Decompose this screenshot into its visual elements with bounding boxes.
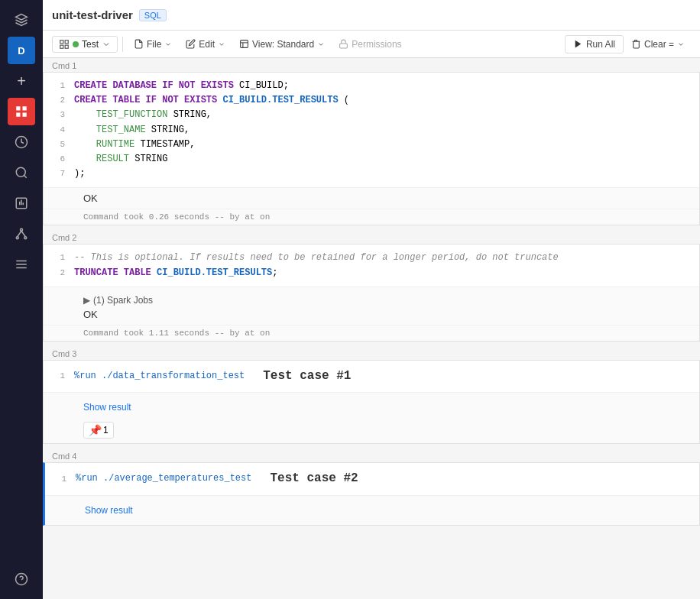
cmd4-block: 1 %run ./average_temperatures_test Test … — [43, 462, 700, 526]
view-chevron-icon — [317, 40, 325, 48]
left-navigation: D + — [0, 0, 43, 599]
clear-chevron-icon — [677, 40, 685, 48]
svg-rect-1 — [16, 106, 20, 110]
cmd1-label: Cmd 1 — [43, 58, 700, 72]
cmd3-block: 1 %run ./data_transformation_test Test c… — [43, 360, 700, 445]
top-bar: unit-test-driver SQL — [43, 0, 700, 31]
cmd4-code[interactable]: 1 %run ./average_temperatures_test Test … — [45, 463, 699, 495]
divider-1 — [122, 37, 123, 52]
pin-icon: 📌 — [89, 424, 102, 436]
cmd2-ok: OK — [83, 309, 98, 320]
spark-jobs-label: (1) Spark Jobs — [93, 295, 153, 306]
svg-point-14 — [24, 237, 27, 239]
code-line: 7 ); — [44, 167, 699, 181]
context-selector[interactable]: Test — [52, 36, 118, 53]
notebook: Cmd 1 1 CREATE DATABASE IF NOT EXISTS CI… — [43, 58, 700, 599]
context-chevron-icon — [102, 40, 111, 49]
svg-rect-23 — [65, 40, 68, 43]
cmd1-code[interactable]: 1 CREATE DATABASE IF NOT EXISTS CI_BUILD… — [44, 73, 699, 187]
code-line: 5 RUNTIME TIMESTAMP, — [44, 138, 699, 152]
svg-rect-26 — [241, 40, 248, 48]
svg-marker-0 — [16, 15, 28, 21]
svg-point-6 — [16, 167, 25, 176]
file-button[interactable]: File — [128, 36, 178, 53]
test-case-2-label: Test case #2 — [270, 469, 358, 489]
svg-rect-4 — [23, 113, 27, 117]
cmd3-label: Cmd 3 — [43, 346, 700, 360]
permissions-button[interactable]: Permissions — [332, 36, 407, 53]
add-icon[interactable]: + — [8, 67, 35, 95]
svg-rect-24 — [60, 45, 63, 48]
cmd3-output: Show result 📌 1 — [44, 392, 699, 443]
svg-line-15 — [18, 231, 21, 237]
svg-rect-27 — [340, 44, 348, 48]
show-result-2-link[interactable]: Show result — [85, 500, 133, 520]
cmd1-block: 1 CREATE DATABASE IF NOT EXISTS CI_BUILD… — [43, 72, 700, 225]
cluster-icon[interactable] — [8, 220, 35, 248]
spark-jobs-toggle[interactable]: ▶ (1) Spark Jobs — [83, 292, 690, 309]
pin-count: 1 — [103, 425, 109, 435]
show-result-1-link[interactable]: Show result — [83, 397, 131, 417]
cmd2-code[interactable]: 1 -- This is optional. If results need t… — [44, 244, 699, 286]
cmd2-spark: ▶ (1) Spark Jobs OK — [44, 287, 699, 325]
context-grid-icon — [59, 39, 70, 50]
svg-line-7 — [24, 175, 26, 177]
cmd3-code[interactable]: 1 %run ./data_transformation_test Test c… — [44, 361, 699, 393]
help-icon[interactable] — [8, 565, 35, 593]
lock-icon — [339, 39, 348, 49]
cmd2-block: 1 -- This is optional. If results need t… — [43, 244, 700, 341]
list-icon[interactable] — [8, 251, 35, 278]
cmd4-label: Cmd 4 — [43, 448, 700, 462]
svg-rect-2 — [23, 106, 27, 110]
code-line: 2 TRUNCATE TABLE CI_BUILD.TEST_RESULTS; — [44, 266, 699, 280]
code-line: 1 %run ./average_temperatures_test Test … — [45, 469, 699, 489]
code-line: 3 TEST_FUNCTION STRING, — [44, 108, 699, 122]
code-line: 1 %run ./data_transformation_test Test c… — [44, 367, 699, 387]
cmd1-ok: OK — [83, 193, 98, 204]
file-icon — [134, 39, 144, 49]
test-case-1-label: Test case #1 — [263, 367, 351, 387]
layers-icon[interactable] — [8, 6, 35, 34]
cmd4-output: Show result — [45, 495, 699, 525]
clear-icon — [631, 39, 641, 49]
cmd1-output: OK — [44, 187, 699, 209]
edit-button[interactable]: Edit — [180, 36, 232, 53]
run-all-button[interactable]: Run All — [565, 35, 624, 53]
svg-point-12 — [21, 228, 23, 231]
spark-arrow-icon: ▶ — [83, 295, 90, 306]
code-line: 2 CREATE TABLE IF NOT EXISTS CI_BUILD.TE… — [44, 93, 699, 108]
toolbar: Test File Edit View: Standard Permission… — [43, 31, 700, 58]
code-line: 4 TEST_NAME STRING, — [44, 123, 699, 138]
cmd1-stats: Command took 0.26 seconds -- by at on — [44, 209, 699, 225]
dashboard-icon[interactable]: D — [8, 37, 35, 64]
page-title: unit-test-driver — [52, 8, 133, 21]
edit-icon — [186, 39, 196, 49]
svg-marker-28 — [575, 40, 582, 48]
data-icon[interactable] — [8, 98, 35, 125]
main-content: unit-test-driver SQL Test File Edit View… — [43, 0, 700, 599]
code-line: 6 RESULT STRING — [44, 152, 699, 167]
file-type-badge: SQL — [139, 9, 167, 21]
analytics-icon[interactable] — [8, 189, 35, 217]
cmd2-stats: Command took 1.11 seconds -- by at on — [44, 325, 699, 341]
file-chevron-icon — [164, 40, 172, 48]
edit-chevron-icon — [218, 40, 225, 48]
context-label: Test — [82, 39, 99, 50]
search-icon[interactable] — [8, 159, 35, 186]
run-all-icon — [573, 39, 583, 49]
svg-rect-3 — [16, 113, 20, 117]
code-line: 1 CREATE DATABASE IF NOT EXISTS CI_BUILD… — [44, 79, 699, 93]
svg-rect-22 — [60, 40, 63, 43]
code-line: 1 -- This is optional. If results need t… — [44, 251, 699, 265]
view-button[interactable]: View: Standard — [233, 36, 331, 53]
clock-icon[interactable] — [8, 128, 35, 156]
pin-badge-1[interactable]: 📌 1 — [83, 422, 114, 439]
cmd2-label: Cmd 2 — [43, 230, 700, 244]
clear-button[interactable]: Clear = — [625, 36, 691, 53]
bottom-spacer — [43, 526, 700, 556]
svg-line-16 — [21, 231, 25, 237]
status-indicator — [73, 41, 79, 47]
svg-rect-25 — [65, 45, 68, 48]
view-icon — [239, 39, 249, 49]
svg-point-13 — [16, 237, 18, 239]
